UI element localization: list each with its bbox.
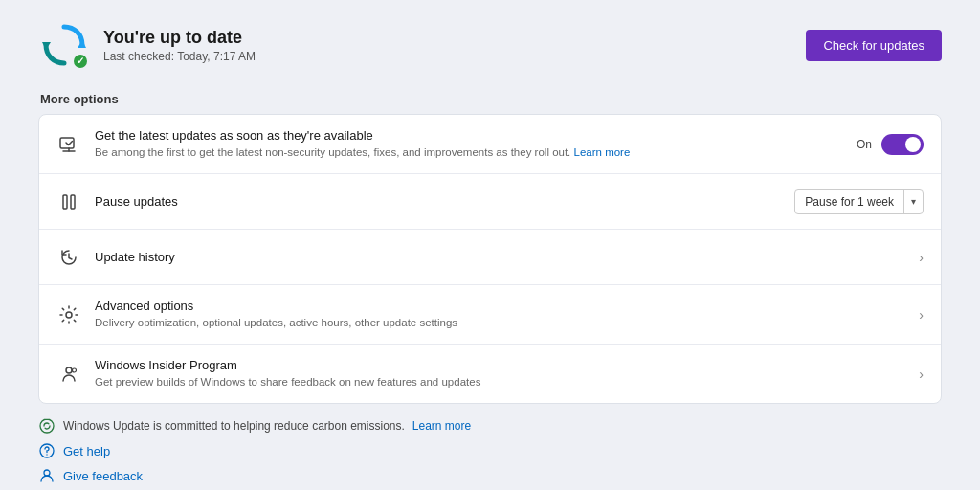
insider-program-icon [56, 362, 81, 387]
insider-program-row[interactable]: Windows Insider Program Get preview buil… [39, 345, 941, 403]
latest-updates-action: On [857, 134, 924, 155]
give-feedback-row: Give feedback [38, 467, 942, 484]
pause-updates-row: Pause updates Pause for 1 week ▾ [39, 174, 941, 230]
latest-updates-icon [56, 132, 81, 157]
carbon-learn-more[interactable]: Learn more [412, 419, 471, 433]
latest-updates-row: Get the latest updates as soon as they'r… [39, 115, 941, 174]
svg-rect-3 [63, 195, 67, 209]
advanced-options-title: Advanced options [95, 299, 905, 313]
last-checked-text: Last checked: Today, 7:17 AM [103, 50, 256, 63]
carbon-icon [38, 417, 56, 434]
svg-rect-4 [71, 195, 75, 209]
latest-updates-learn-more[interactable]: Learn more [574, 146, 631, 158]
update-history-content: Update history [95, 250, 905, 264]
update-history-chevron-icon: › [919, 250, 924, 265]
pause-dropdown-arrow-icon: ▾ [904, 191, 923, 212]
insider-program-content: Windows Insider Program Get preview buil… [95, 358, 905, 390]
give-feedback-icon [38, 467, 56, 484]
svg-marker-0 [78, 40, 86, 48]
svg-point-10 [44, 470, 50, 476]
options-card: Get the latest updates as soon as they'r… [38, 114, 942, 404]
get-help-icon [38, 442, 56, 459]
advanced-options-content: Advanced options Delivery optimization, … [95, 299, 905, 330]
advanced-options-desc: Delivery optimization, optional updates,… [95, 315, 905, 330]
get-help-link[interactable]: Get help [63, 444, 110, 458]
up-to-date-check [72, 53, 89, 70]
update-history-title: Update history [95, 250, 905, 264]
latest-updates-desc: Be among the first to get the latest non… [95, 145, 843, 160]
pause-updates-action[interactable]: Pause for 1 week ▾ [794, 189, 924, 214]
carbon-row: Windows Update is committed to helping r… [38, 417, 942, 434]
pause-updates-title: Pause updates [95, 194, 781, 209]
svg-point-7 [73, 368, 77, 372]
insider-program-title: Windows Insider Program [95, 358, 905, 372]
svg-point-9 [46, 455, 47, 456]
update-history-row[interactable]: Update history › [39, 230, 941, 285]
latest-updates-toggle[interactable] [881, 134, 924, 155]
advanced-options-chevron-icon: › [919, 307, 924, 323]
up-to-date-title: You're up to date [103, 28, 256, 48]
update-status-icon [38, 19, 90, 71]
check-for-updates-button[interactable]: Check for updates [806, 30, 942, 61]
advanced-options-icon [56, 302, 81, 327]
advanced-options-action: › [919, 307, 924, 323]
header-text: You're up to date Last checked: Today, 7… [103, 28, 256, 63]
pause-updates-icon [56, 189, 81, 214]
get-help-row: Get help [38, 442, 942, 459]
update-history-icon [56, 245, 81, 270]
svg-marker-1 [42, 42, 51, 50]
svg-point-6 [66, 368, 72, 373]
latest-updates-title: Get the latest updates as soon as they'r… [95, 128, 843, 143]
header-row: You're up to date Last checked: Today, 7… [38, 19, 942, 71]
carbon-text: Windows Update is committed to helping r… [63, 419, 405, 433]
more-options-label: More options [38, 92, 942, 106]
advanced-options-row[interactable]: Advanced options Delivery optimization, … [39, 285, 941, 345]
header-left: You're up to date Last checked: Today, 7… [38, 19, 256, 71]
insider-program-chevron-icon: › [919, 367, 924, 382]
toggle-on-label: On [857, 138, 872, 151]
pause-updates-content: Pause updates [95, 194, 781, 209]
update-history-action: › [919, 250, 924, 265]
pause-dropdown-value: Pause for 1 week [795, 190, 904, 213]
give-feedback-link[interactable]: Give feedback [63, 469, 143, 483]
insider-program-action: › [919, 367, 924, 382]
footer-area: Windows Update is committed to helping r… [38, 417, 942, 484]
insider-program-desc: Get preview builds of Windows to share f… [95, 374, 905, 390]
svg-point-5 [66, 312, 72, 318]
pause-dropdown[interactable]: Pause for 1 week ▾ [794, 189, 924, 214]
latest-updates-content: Get the latest updates as soon as they'r… [95, 128, 843, 160]
